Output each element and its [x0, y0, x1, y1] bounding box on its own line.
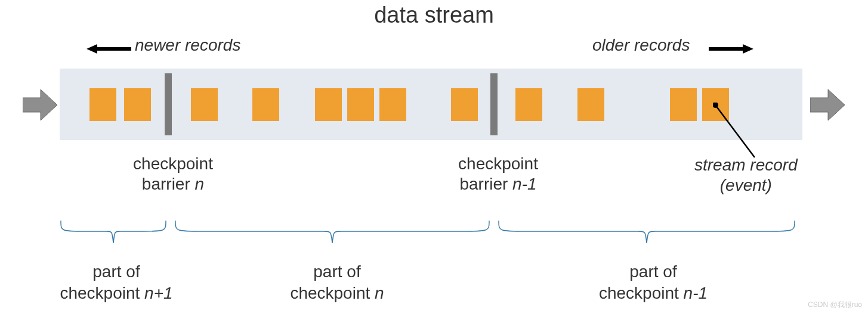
watermark: CSDN @我很ruo	[808, 300, 862, 310]
older-records-label: older records	[592, 36, 690, 55]
record-block	[577, 88, 604, 121]
record-block	[89, 88, 116, 121]
newer-records-label: newer records	[135, 36, 240, 55]
pointer-line	[713, 103, 767, 162]
stream-record-label: stream record (event)	[694, 155, 798, 195]
record-block	[315, 88, 342, 121]
record-block	[379, 88, 406, 121]
record-block	[670, 88, 697, 121]
brace-icon	[174, 219, 490, 246]
diagram-title: data stream	[0, 2, 868, 28]
svg-marker-4	[23, 89, 57, 120]
svg-line-7	[715, 105, 755, 157]
arrow-left-icon	[87, 44, 131, 54]
svg-marker-3	[743, 44, 753, 54]
record-block	[347, 88, 374, 121]
arrow-right-icon	[709, 44, 753, 54]
record-block	[451, 88, 478, 121]
brace-icon	[498, 219, 796, 246]
checkpoint-barrier	[165, 73, 172, 135]
svg-marker-1	[87, 44, 97, 54]
part-checkpoint-np1-label: part of checkpoint n+1	[36, 261, 197, 305]
flow-arrow-left-icon	[23, 89, 57, 120]
record-block	[515, 88, 542, 121]
checkpoint-barrier-n1-label: checkpoint barrier n-1	[438, 154, 558, 194]
checkpoint-barrier	[490, 73, 498, 135]
record-block	[124, 88, 151, 121]
flow-arrow-right-icon	[810, 89, 845, 120]
checkpoint-barrier-n-label: checkpoint barrier n	[116, 154, 230, 194]
part-checkpoint-n-label: part of checkpoint n	[262, 261, 412, 305]
record-block	[191, 88, 218, 121]
diagram-canvas: data stream newer records older records …	[0, 0, 868, 313]
brace-icon	[60, 219, 167, 246]
record-block	[252, 88, 279, 121]
part-checkpoint-nm1-label: part of checkpoint n-1	[573, 261, 734, 305]
svg-marker-5	[810, 89, 845, 120]
